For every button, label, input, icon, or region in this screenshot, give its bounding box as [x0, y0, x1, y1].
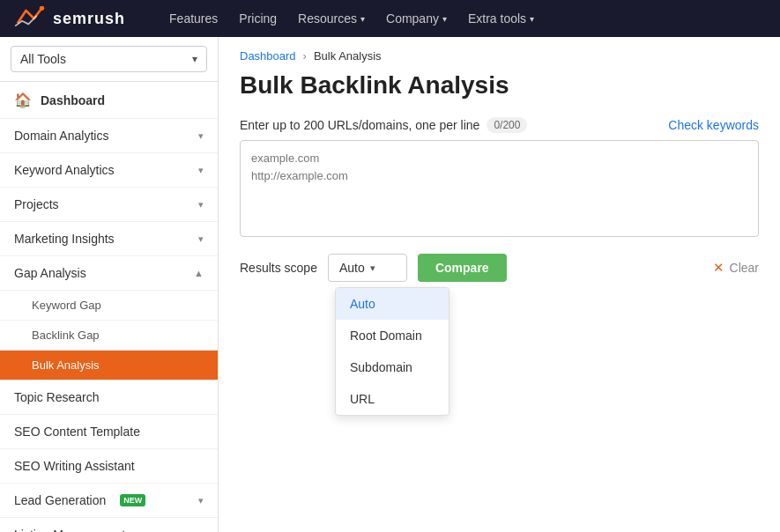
sidebar-item-topic-research[interactable]: Topic Research: [0, 381, 218, 415]
all-tools-chevron-icon: ▾: [192, 53, 197, 65]
scope-option-root-domain[interactable]: Root Domain: [336, 320, 449, 351]
sidebar-item-label: Dashboard: [41, 93, 105, 107]
scope-option-subdomain[interactable]: Subdomain: [336, 351, 449, 383]
sidebar-item-dashboard[interactable]: 🏠 Dashboard: [0, 82, 218, 119]
logo[interactable]: semrush: [14, 6, 125, 31]
sidebar-item-label: SEO Content Template: [14, 425, 140, 439]
sidebar-item-lead-generation[interactable]: Lead Generation NEW ▾: [0, 484, 218, 518]
sidebar-subitem-bulk-analysis[interactable]: Bulk Analysis: [0, 351, 218, 381]
sidebar-item-label: Keyword Analytics: [14, 163, 115, 177]
main-content: Dashboard › Bulk Analysis Bulk Backlink …: [219, 37, 780, 532]
semrush-logo-icon: [14, 6, 46, 31]
tools-select-wrapper: All Tools ▾: [0, 37, 218, 82]
nav-features[interactable]: Features: [160, 8, 227, 29]
extra-tools-chevron-icon: ▾: [530, 14, 534, 24]
main-layout: All Tools ▾ 🏠 Dashboard Domain Analytics…: [0, 37, 780, 532]
nav-items: Features Pricing Resources ▾ Company ▾ E…: [160, 8, 543, 29]
domain-analytics-chevron-icon: ▾: [198, 130, 204, 142]
gap-analysis-chevron-icon: ▲: [194, 268, 204, 278]
sidebar-subitem-keyword-gap[interactable]: Keyword Gap: [0, 291, 218, 321]
clear-x-icon: ✕: [713, 260, 724, 276]
sidebar-item-label: Gap Analysis: [14, 266, 86, 280]
sidebar-item-listing-management[interactable]: Listing Management: [0, 518, 218, 532]
top-nav: semrush Features Pricing Resources ▾ Com…: [0, 0, 780, 37]
sidebar-item-seo-content-template[interactable]: SEO Content Template: [0, 415, 218, 449]
sidebar-item-marketing-insights[interactable]: Marketing Insights ▾: [0, 222, 218, 256]
check-keywords-link[interactable]: Check keywords: [668, 118, 759, 132]
lead-generation-chevron-icon: ▾: [198, 495, 204, 506]
page-title: Bulk Backlink Analysis: [219, 68, 780, 117]
nav-resources[interactable]: Resources ▾: [289, 8, 374, 29]
sidebar-subitem-backlink-gap[interactable]: Backlink Gap: [0, 321, 218, 351]
sidebar-item-label: Listing Management: [14, 528, 125, 532]
resources-chevron-icon: ▾: [360, 14, 365, 24]
breadcrumb-dashboard-link[interactable]: Dashboard: [240, 49, 296, 63]
breadcrumb: Dashboard › Bulk Analysis: [219, 37, 780, 68]
nav-extra-tools[interactable]: Extra tools ▾: [459, 8, 543, 29]
breadcrumb-current: Bulk Analysis: [314, 49, 382, 63]
sidebar-item-label: Topic Research: [14, 390, 100, 404]
keyword-analytics-chevron-icon: ▾: [198, 165, 204, 176]
scope-value: Auto: [339, 261, 365, 275]
sidebar-item-projects[interactable]: Projects ▾: [0, 188, 218, 222]
company-chevron-icon: ▾: [442, 14, 447, 24]
projects-chevron-icon: ▾: [198, 199, 204, 211]
scope-option-auto[interactable]: Auto: [336, 288, 449, 320]
scope-dropdown-chevron-icon: ▾: [370, 262, 375, 274]
nav-company[interactable]: Company ▾: [377, 8, 456, 29]
clear-button[interactable]: ✕ Clear: [713, 260, 759, 276]
scope-options-dropdown: Auto Root Domain Subdomain URL: [335, 287, 449, 416]
compare-button[interactable]: Compare: [418, 254, 507, 282]
sidebar-item-gap-analysis[interactable]: Gap Analysis ▲: [0, 256, 218, 291]
sidebar-item-domain-analytics[interactable]: Domain Analytics ▾: [0, 119, 218, 153]
all-tools-dropdown[interactable]: All Tools ▾: [11, 46, 207, 72]
url-counter: 0/200: [487, 117, 527, 133]
dashboard-icon: 🏠: [14, 92, 32, 108]
results-scope-label: Results scope: [240, 261, 317, 275]
sidebar-item-label: SEO Writing Assistant: [14, 459, 135, 473]
nav-pricing[interactable]: Pricing: [230, 8, 286, 29]
results-scope-row: Results scope Auto ▾ Compare ✕ Clear Aut…: [240, 254, 759, 282]
sidebar-item-keyword-analytics[interactable]: Keyword Analytics ▾: [0, 153, 218, 188]
scope-dropdown[interactable]: Auto ▾: [328, 254, 407, 282]
sidebar-item-seo-writing-assistant[interactable]: SEO Writing Assistant: [0, 449, 218, 484]
sidebar: All Tools ▾ 🏠 Dashboard Domain Analytics…: [0, 37, 219, 532]
new-badge: NEW: [120, 494, 145, 506]
content-body: Enter up to 200 URLs/domains, one per li…: [219, 117, 780, 282]
sidebar-item-label: Marketing Insights: [14, 232, 115, 246]
input-label: Enter up to 200 URLs/domains, one per li…: [240, 118, 479, 132]
sidebar-item-label: Projects: [14, 197, 59, 211]
marketing-insights-chevron-icon: ▾: [198, 233, 204, 245]
logo-text: semrush: [53, 10, 125, 28]
all-tools-label: All Tools: [20, 52, 66, 66]
scope-option-url[interactable]: URL: [336, 383, 449, 415]
sidebar-item-label: Domain Analytics: [14, 129, 108, 143]
sidebar-item-label: Lead Generation: [14, 493, 106, 507]
url-textarea[interactable]: [240, 140, 759, 237]
breadcrumb-separator: ›: [303, 49, 307, 63]
input-label-row: Enter up to 200 URLs/domains, one per li…: [240, 117, 759, 133]
